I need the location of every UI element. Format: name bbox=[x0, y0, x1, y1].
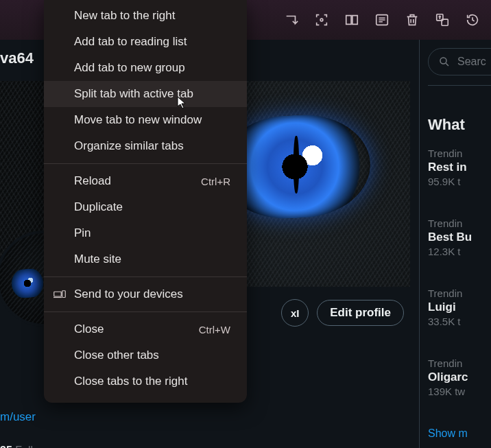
svg-rect-5 bbox=[54, 292, 62, 296]
menu-separator bbox=[44, 163, 247, 164]
context-split-tab[interactable]: Split tab with active tab bbox=[44, 81, 247, 107]
svg-rect-6 bbox=[62, 291, 66, 298]
sidepanel-icon[interactable] bbox=[374, 12, 390, 27]
tab-context-menu: New tab to the right Add tab to reading … bbox=[44, 0, 247, 403]
context-add-reading-list[interactable]: Add tab to reading list bbox=[44, 29, 247, 55]
search-icon bbox=[438, 56, 451, 68]
right-sidebar: Searc What Trendin Rest in 95.9K t Trend… bbox=[420, 40, 491, 448]
context-reload[interactable]: ReloadCtrl+R bbox=[44, 168, 247, 194]
divider bbox=[428, 85, 491, 86]
trend-item[interactable]: Trendin Luigi 33.5K t bbox=[428, 283, 491, 327]
cursor-icon bbox=[177, 96, 187, 110]
delete-icon[interactable] bbox=[405, 12, 420, 27]
context-mute-site[interactable]: Mute site bbox=[44, 246, 247, 272]
context-close-right[interactable]: Close tabs to the right bbox=[44, 368, 247, 394]
show-more-link[interactable]: Show m bbox=[428, 407, 491, 440]
whats-happening-title: What bbox=[428, 95, 491, 134]
context-pin[interactable]: Pin bbox=[44, 220, 247, 246]
context-close-other[interactable]: Close other tabs bbox=[44, 342, 247, 368]
profile-link[interactable]: m/user bbox=[0, 410, 36, 424]
trend-item[interactable]: Trendin Rest in 95.9K t bbox=[428, 143, 491, 187]
trend-item[interactable]: Trendin Oligarc 139K tw bbox=[428, 353, 491, 397]
trend-item[interactable]: Trendin Best Bu 12.3K t bbox=[428, 213, 491, 257]
context-move-new-window[interactable]: Move tab to new window bbox=[44, 107, 247, 133]
ai-button[interactable]: xI bbox=[281, 299, 309, 327]
history-icon[interactable] bbox=[465, 12, 480, 27]
reader-icon[interactable] bbox=[344, 12, 359, 27]
context-duplicate[interactable]: Duplicate bbox=[44, 194, 247, 220]
scan-icon[interactable] bbox=[314, 12, 329, 27]
context-new-tab-right[interactable]: New tab to the right bbox=[44, 3, 247, 29]
svg-point-0 bbox=[320, 19, 323, 21]
context-send-devices[interactable]: Send to your devices bbox=[44, 281, 247, 307]
context-close[interactable]: CloseCtrl+W bbox=[44, 316, 247, 342]
menu-separator bbox=[44, 276, 247, 277]
context-add-new-group[interactable]: Add tab to new group bbox=[44, 55, 247, 81]
context-organize-similar[interactable]: Organize similar tabs bbox=[44, 133, 247, 159]
edit-profile-button[interactable]: Edit profile bbox=[317, 300, 404, 326]
svg-point-4 bbox=[440, 58, 446, 64]
cast-icon[interactable] bbox=[284, 12, 299, 27]
profile-display-name: va64 bbox=[0, 49, 34, 67]
menu-separator bbox=[44, 311, 247, 312]
devices-icon bbox=[53, 290, 66, 299]
search-input[interactable]: Searc bbox=[428, 48, 491, 75]
translate-icon[interactable] bbox=[435, 12, 450, 27]
followers-count[interactable]: 35 Followers bbox=[0, 445, 62, 448]
